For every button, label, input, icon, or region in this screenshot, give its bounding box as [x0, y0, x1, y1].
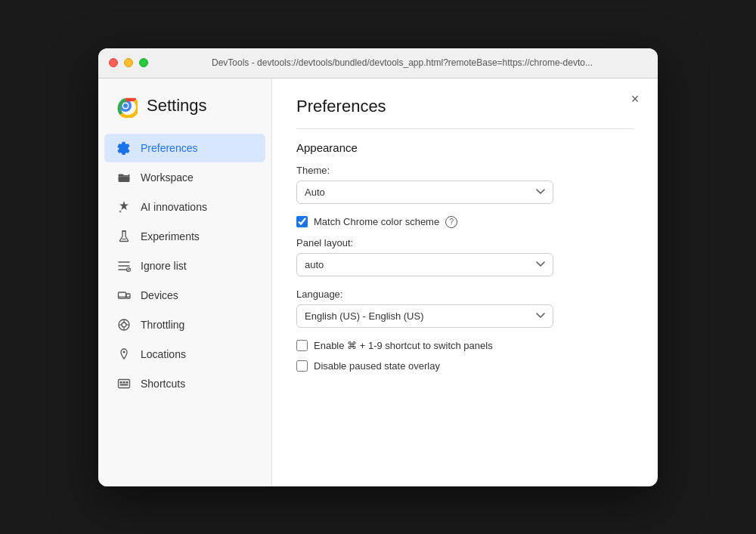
- shortcut-switch-checkbox[interactable]: [296, 340, 308, 351]
- throttling-icon: [116, 317, 132, 332]
- disable-paused-overlay-label: Disable paused state overlay: [314, 360, 440, 372]
- language-label: Language:: [296, 289, 634, 300]
- match-chrome-color-group: Match Chrome color scheme ?: [296, 216, 634, 228]
- sidebar-item-locations[interactable]: Locations: [104, 340, 265, 369]
- theme-select[interactable]: Auto Light Dark: [296, 181, 553, 204]
- devtools-window: DevTools - devtools://devtools/bundled/d…: [98, 48, 658, 486]
- title-bar: DevTools - devtools://devtools/bundled/d…: [98, 48, 658, 79]
- preferences-icon: [116, 140, 132, 156]
- locations-icon: [116, 347, 132, 362]
- sidebar-item-preferences-label: Preferences: [141, 142, 197, 154]
- disable-paused-overlay-checkbox[interactable]: [296, 360, 308, 372]
- main-content: × Preferences Appearance Theme: Auto Lig…: [272, 79, 658, 486]
- maximize-traffic-light[interactable]: [139, 58, 148, 67]
- sidebar-item-throttling-label: Throttling: [141, 319, 184, 331]
- sidebar-item-devices-label: Devices: [141, 289, 178, 301]
- experiments-icon: [116, 229, 132, 244]
- ai-innovations-icon: [116, 199, 132, 215]
- svg-rect-23: [126, 381, 129, 384]
- svg-point-14: [122, 323, 126, 327]
- shortcuts-icon: [116, 376, 132, 391]
- svg-rect-10: [126, 294, 130, 298]
- ignore-list-icon: [116, 258, 132, 273]
- sidebar-item-shortcuts[interactable]: Shortcuts: [104, 369, 265, 398]
- sidebar-item-ignore-list[interactable]: Ignore list: [104, 252, 265, 280]
- workspace-icon: [116, 170, 132, 185]
- match-chrome-color-checkbox[interactable]: [296, 216, 308, 227]
- svg-point-19: [123, 350, 125, 353]
- panel-layout-select[interactable]: auto horizontal vertical: [296, 253, 553, 276]
- window-title: DevTools - devtools://devtools/bundled/d…: [157, 57, 647, 68]
- panel-layout-label: Panel layout:: [296, 237, 634, 248]
- svg-rect-21: [120, 381, 122, 384]
- page-title: Preferences: [296, 97, 634, 129]
- settings-title: Settings: [147, 96, 207, 116]
- disable-paused-overlay-group: Disable paused state overlay: [296, 360, 634, 372]
- sidebar-item-workspace[interactable]: Workspace: [104, 163, 265, 192]
- match-chrome-color-label: Match Chrome color scheme: [314, 216, 439, 227]
- shortcut-switch-group: Enable ⌘ + 1-9 shortcut to switch panels: [296, 340, 634, 351]
- sidebar-item-devices[interactable]: Devices: [104, 281, 265, 310]
- svg-rect-9: [119, 292, 126, 298]
- sidebar-item-experiments-label: Experiments: [141, 230, 200, 242]
- sidebar-item-ai-label: AI innovations: [141, 201, 207, 213]
- svg-rect-22: [123, 381, 125, 384]
- shortcut-switch-label: Enable ⌘ + 1-9 shortcut to switch panels: [314, 340, 493, 351]
- appearance-title: Appearance: [296, 141, 634, 154]
- help-icon[interactable]: ?: [445, 216, 457, 228]
- window-body: Settings Preferences: [98, 79, 658, 486]
- sidebar-item-experiments[interactable]: Experiments: [104, 222, 265, 251]
- minimize-traffic-light[interactable]: [124, 58, 133, 67]
- sidebar-header: Settings: [98, 94, 271, 133]
- devices-icon: [116, 288, 132, 303]
- svg-rect-20: [119, 379, 130, 387]
- sidebar-item-locations-label: Locations: [141, 348, 186, 360]
- sidebar-item-workspace-label: Workspace: [141, 171, 194, 184]
- close-button[interactable]: ×: [624, 89, 646, 110]
- sidebar: Settings Preferences: [98, 79, 272, 486]
- svg-point-3: [123, 103, 128, 108]
- sidebar-item-preferences[interactable]: Preferences: [104, 134, 265, 162]
- sidebar-item-throttling[interactable]: Throttling: [104, 310, 265, 339]
- chrome-icon: [113, 94, 138, 118]
- theme-group: Theme: Auto Light Dark: [296, 165, 634, 204]
- svg-rect-24: [120, 384, 129, 385]
- close-traffic-light[interactable]: [109, 58, 118, 67]
- panel-layout-group: Panel layout: auto horizontal vertical: [296, 237, 634, 276]
- sidebar-item-shortcuts-label: Shortcuts: [141, 378, 185, 390]
- traffic-lights: [109, 58, 148, 67]
- language-select[interactable]: English (US) - English (US) System defau…: [296, 304, 553, 328]
- sidebar-nav: Preferences Workspace: [98, 134, 271, 398]
- theme-label: Theme:: [296, 165, 634, 176]
- sidebar-item-ai-innovations[interactable]: AI innovations: [104, 193, 265, 221]
- language-group: Language: English (US) - English (US) Sy…: [296, 289, 634, 328]
- sidebar-item-ignore-label: Ignore list: [141, 260, 187, 272]
